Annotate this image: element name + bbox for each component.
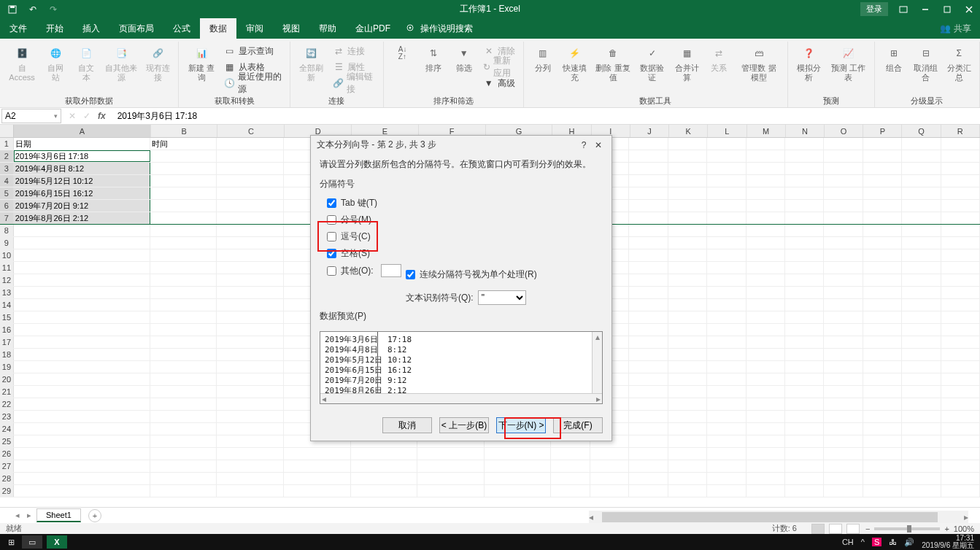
ribbon-options-icon[interactable]: [892, 0, 914, 18]
reapply-button[interactable]: ↻重新应用: [480, 59, 519, 75]
cell[interactable]: [150, 150, 217, 162]
cell[interactable]: [14, 373, 150, 385]
cell[interactable]: [863, 175, 902, 187]
cell[interactable]: [150, 324, 217, 336]
cell[interactable]: [629, 311, 668, 323]
cell[interactable]: [785, 361, 824, 373]
name-box[interactable]: A2▾: [1, 109, 61, 123]
cell[interactable]: [785, 200, 824, 212]
col-header-Q[interactable]: Q: [902, 125, 941, 137]
relations-button[interactable]: ⇄关系: [704, 43, 733, 94]
cell[interactable]: [284, 485, 351, 497]
cell[interactable]: [902, 324, 941, 336]
sort-button[interactable]: ⇅排序: [419, 43, 448, 94]
cell[interactable]: [629, 485, 668, 497]
cell[interactable]: [707, 485, 746, 497]
zoom-out-icon[interactable]: −: [865, 524, 870, 533]
cell[interactable]: 2019年4月8日 8:12: [14, 163, 150, 174]
cell[interactable]: [902, 150, 941, 162]
cell[interactable]: [150, 212, 217, 224]
cell[interactable]: [785, 336, 824, 348]
cell[interactable]: [824, 299, 863, 311]
cell[interactable]: [785, 163, 824, 174]
cell[interactable]: [150, 473, 217, 484]
cell[interactable]: [746, 460, 785, 472]
cell[interactable]: [785, 287, 824, 298]
cell[interactable]: [746, 175, 785, 187]
cell[interactable]: [824, 212, 863, 224]
cell[interactable]: [14, 398, 150, 410]
cell[interactable]: [902, 138, 941, 150]
cell[interactable]: [485, 460, 552, 472]
cell[interactable]: [14, 262, 150, 274]
cell[interactable]: [746, 324, 785, 336]
cell[interactable]: [629, 398, 668, 410]
tab-view[interactable]: 视图: [273, 18, 309, 39]
cell[interactable]: [217, 398, 284, 410]
cell[interactable]: [707, 274, 746, 286]
cell[interactable]: [590, 485, 629, 497]
cell[interactable]: 2019年5月12日 10:12: [14, 175, 150, 187]
cell[interactable]: [746, 163, 785, 174]
row-header[interactable]: 26: [0, 448, 14, 460]
cell[interactable]: [150, 249, 217, 261]
cell[interactable]: [217, 473, 284, 484]
cell[interactable]: [485, 473, 552, 484]
cell[interactable]: [863, 361, 902, 373]
cell[interactable]: [668, 324, 707, 336]
minimize-icon[interactable]: [914, 0, 936, 18]
existing-conn-button[interactable]: 🔗现有连接: [142, 43, 174, 94]
cell[interactable]: 2019年3月6日 17:18: [14, 150, 150, 162]
cell[interactable]: [902, 175, 941, 187]
cell[interactable]: [746, 138, 785, 150]
cell[interactable]: [746, 349, 785, 360]
preview-hscroll[interactable]: ◂▸: [320, 393, 602, 403]
cell[interactable]: [902, 423, 941, 435]
share-icon[interactable]: 👥: [940, 23, 951, 34]
cell[interactable]: [629, 423, 668, 435]
cell[interactable]: [941, 473, 980, 484]
group-button[interactable]: ⊞组合: [879, 43, 908, 94]
cell[interactable]: [707, 225, 746, 236]
cell[interactable]: [150, 187, 217, 199]
cell[interactable]: [785, 311, 824, 323]
cell[interactable]: [707, 150, 746, 162]
cell[interactable]: [14, 324, 150, 336]
cell[interactable]: [14, 411, 150, 422]
merge-delims-checkbox[interactable]: [406, 270, 415, 279]
cell[interactable]: [150, 386, 217, 398]
cell[interactable]: [824, 435, 863, 447]
cell[interactable]: [746, 411, 785, 422]
cell[interactable]: [941, 175, 980, 187]
consolidate-button[interactable]: ▦合并计算: [671, 43, 703, 94]
cell[interactable]: [746, 423, 785, 435]
cell[interactable]: [902, 163, 941, 174]
cell[interactable]: [746, 311, 785, 323]
col-header-C[interactable]: C: [217, 125, 285, 137]
cell[interactable]: [863, 373, 902, 385]
cell[interactable]: [902, 200, 941, 212]
cell[interactable]: [417, 485, 485, 497]
cell[interactable]: [707, 386, 746, 398]
cell[interactable]: [417, 473, 485, 484]
cell[interactable]: [863, 299, 902, 311]
row-header[interactable]: 9: [0, 237, 14, 249]
cell[interactable]: [863, 473, 902, 484]
cell[interactable]: [863, 386, 902, 398]
cell[interactable]: [902, 187, 941, 199]
cell[interactable]: [485, 448, 552, 460]
edit-links-button[interactable]: 🔗编辑链接: [330, 75, 379, 91]
recent-sources-button[interactable]: 🕓最近使用的源: [221, 75, 285, 91]
tray-up-icon[interactable]: ^: [861, 538, 865, 546]
cancel-formula-icon[interactable]: ✕: [69, 111, 76, 121]
row-header[interactable]: 15: [0, 311, 14, 323]
cell[interactable]: [14, 361, 150, 373]
cell[interactable]: [902, 225, 941, 236]
tab-pdf[interactable]: 金山PDF: [346, 18, 400, 39]
cell[interactable]: [150, 460, 217, 472]
cell[interactable]: [941, 311, 980, 323]
cell[interactable]: [668, 274, 707, 286]
cell[interactable]: [707, 249, 746, 261]
cell[interactable]: [902, 398, 941, 410]
cell[interactable]: [668, 212, 707, 224]
